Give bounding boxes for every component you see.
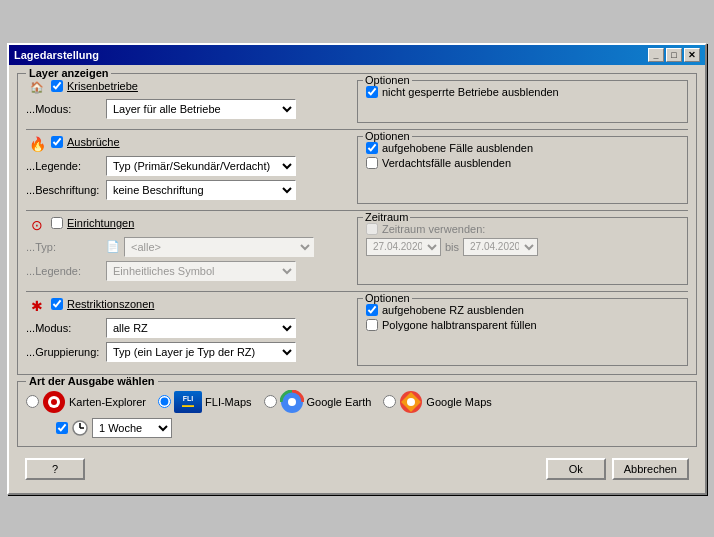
zeitraum-checkbox-label: Zeitraum verwenden: — [382, 223, 485, 235]
restriktionszonen-option1-label: aufgehobene RZ ausblenden — [382, 304, 524, 316]
legende-label: ...Legende: — [26, 160, 106, 172]
restriktionszonen-left: ✱ Restriktionszonen ...Modus: alle RZ ak… — [26, 298, 339, 366]
ausbruche-checkbox-row: Ausbrüche — [51, 136, 120, 148]
ausbruche-option1-checkbox[interactable] — [366, 142, 378, 154]
karten-label: Karten-Explorer — [69, 396, 146, 408]
ausgabe-label: Art der Ausgabe wählen — [26, 375, 158, 387]
zeitraum-box: Zeitraum Zeitraum verwenden: 27.04.2020 … — [357, 217, 688, 285]
maximize-button[interactable]: □ — [666, 48, 682, 62]
ausbruche-options: Optionen aufgehobene Fälle ausblenden Ve… — [357, 136, 688, 204]
restriktionszonen-modus-row: ...Modus: alle RZ aktive RZ — [26, 318, 339, 338]
restriktionszonen-gruppierung-select[interactable]: Typ (ein Layer je Typ der RZ) Kein Layer — [106, 342, 296, 362]
date-to-select[interactable]: 27.04.2020 — [463, 238, 538, 256]
restriktionszonen-option2-row: Polygone halbtransparent füllen — [366, 319, 679, 331]
krisenbetriebe-checkbox[interactable] — [51, 80, 63, 92]
ausbruche-layout: 🔥 Ausbrüche ...Legende: Typ (Primär/Seku… — [26, 136, 688, 204]
einrichtungen-legende-row: ...Legende: Einheitliches Symbol — [26, 261, 339, 281]
title-bar: Lagedarstellung _ □ ✕ — [9, 45, 705, 65]
ausbruche-beschriftung-select[interactable]: keine Beschriftung Betrieb Datum — [106, 180, 296, 200]
woche-checkbox[interactable] — [56, 422, 68, 434]
fli-label: FLI-Maps — [205, 396, 251, 408]
krisenbetriebe-options: Optionen nicht gesperrte Betriebe ausble… — [357, 80, 688, 123]
star-icon: ✱ — [26, 298, 48, 314]
google-maps-label: Google Maps — [426, 396, 491, 408]
layer-anzeigen-group: Layer anzeigen 🏠 Krisenbetriebe — [17, 73, 697, 375]
fli-radio[interactable] — [158, 395, 171, 408]
ausgabe-radio-group: Karten-Explorer FLI ▬▬ FLI-Maps — [26, 390, 688, 414]
modus-label: ...Modus: — [26, 103, 106, 115]
restriktionszonen-checkbox[interactable] — [51, 298, 63, 310]
ausbruche-beschriftung-row: ...Beschriftung: keine Beschriftung Betr… — [26, 180, 339, 200]
circle-dot-icon: ⊙ — [26, 217, 48, 233]
google-earth-radio[interactable] — [264, 395, 277, 408]
restriktionszonen-header: ✱ Restriktionszonen — [26, 298, 339, 314]
svg-point-2 — [51, 399, 57, 405]
minimize-button[interactable]: _ — [648, 48, 664, 62]
karten-radio[interactable] — [26, 395, 39, 408]
fli-icon: FLI ▬▬ — [174, 391, 202, 413]
bottom-bar: ? Ok Abbrechen — [17, 453, 697, 485]
svg-point-6 — [407, 398, 415, 406]
main-window: Lagedarstellung _ □ ✕ Layer anzeigen 🏠 — [7, 43, 707, 495]
typ-label: ...Typ: — [26, 241, 106, 253]
einrichtungen-checkbox[interactable] — [51, 217, 63, 229]
krisenbetriebe-checkbox-row: Krisenbetriebe — [51, 80, 138, 92]
karten-radio-item: Karten-Explorer — [26, 390, 146, 414]
ok-cancel-group: Ok Abbrechen — [546, 458, 689, 480]
google-maps-radio-item: Google Maps — [383, 390, 491, 414]
fli-radio-item: FLI ▬▬ FLI-Maps — [158, 391, 251, 413]
ausbruche-options-label: Optionen — [363, 130, 412, 142]
ausbruche-legende-row: ...Legende: Typ (Primär/Sekundär/Verdach… — [26, 156, 339, 176]
krisenbetriebe-modus-select[interactable]: Layer für alle Betriebe Layer je Betrieb — [106, 99, 296, 119]
ausbruche-option2-row: Verdachtsfälle ausblenden — [366, 157, 679, 169]
ok-button[interactable]: Ok — [546, 458, 606, 480]
ausbruche-header: 🔥 Ausbrüche — [26, 136, 339, 152]
cancel-button[interactable]: Abbrechen — [612, 458, 689, 480]
restriktionszonen-layout: ✱ Restriktionszonen ...Modus: alle RZ ak… — [26, 298, 688, 366]
einrichtungen-legende-label: ...Legende: — [26, 265, 106, 277]
ausbruche-option2-checkbox[interactable] — [366, 157, 378, 169]
karten-icon — [42, 390, 66, 414]
einrichtungen-legende-select[interactable]: Einheitliches Symbol — [106, 261, 296, 281]
ausbruche-left: 🔥 Ausbrüche ...Legende: Typ (Primär/Seku… — [26, 136, 339, 204]
layer-anzeigen-label: Layer anzeigen — [26, 67, 111, 79]
bis-label: bis — [445, 241, 459, 253]
dialog-content: Layer anzeigen 🏠 Krisenbetriebe — [9, 65, 705, 493]
restriktionszonen-gruppierung-row: ...Gruppierung: Typ (ein Layer je Typ de… — [26, 342, 339, 362]
krisenbetriebe-modus-row: ...Modus: Layer für alle Betriebe Layer … — [26, 99, 339, 119]
einrichtungen-layout: ⊙ Einrichtungen ...Typ: 📄 <all — [26, 217, 688, 285]
einrichtungen-left: ⊙ Einrichtungen ...Typ: 📄 <all — [26, 217, 339, 285]
krisenbetriebe-left: 🏠 Krisenbetriebe ...Modus: Layer für all… — [26, 80, 339, 123]
einrichtungen-typ-select[interactable]: <alle> — [124, 237, 314, 257]
krisenbetriebe-option1-label: nicht gesperrte Betriebe ausblenden — [382, 86, 559, 98]
ausbruche-checkbox[interactable] — [51, 136, 63, 148]
restriktionszonen-label: Restriktionszonen — [67, 298, 154, 310]
house-icon: 🏠 — [26, 81, 48, 94]
restriktionszonen-option1-checkbox[interactable] — [366, 304, 378, 316]
woche-select[interactable]: 1 Woche 2 Wochen 4 Wochen — [92, 418, 172, 438]
restriktionszonen-checkbox-row: Restriktionszonen — [51, 298, 154, 310]
google-maps-radio[interactable] — [383, 395, 396, 408]
restriktionszonen-gruppierung-label: ...Gruppierung: — [26, 346, 106, 358]
ausbruche-option1-row: aufgehobene Fälle ausblenden — [366, 142, 679, 154]
close-button[interactable]: ✕ — [684, 48, 700, 62]
ausbruche-legende-select[interactable]: Typ (Primär/Sekundär/Verdacht) Einheitli… — [106, 156, 296, 176]
restriktionszonen-modus-select[interactable]: alle RZ aktive RZ — [106, 318, 296, 338]
date-from-select[interactable]: 27.04.2020 — [366, 238, 441, 256]
restriktionszonen-option2-label: Polygone halbtransparent füllen — [382, 319, 537, 331]
krisenbetriebe-option1-checkbox[interactable] — [366, 86, 378, 98]
restriktionszonen-section: ✱ Restriktionszonen ...Modus: alle RZ ak… — [26, 298, 688, 366]
krisenbetriebe-section: 🏠 Krisenbetriebe ...Modus: Layer für all… — [26, 80, 688, 130]
ausbruche-option2-label: Verdachtsfälle ausblenden — [382, 157, 511, 169]
google-maps-icon — [399, 390, 423, 414]
zeitraum-checkbox[interactable] — [366, 223, 378, 235]
einrichtungen-checkbox-row: Einrichtungen — [51, 217, 134, 229]
ausbruche-section: 🔥 Ausbrüche ...Legende: Typ (Primär/Seku… — [26, 136, 688, 211]
woche-row: 1 Woche 2 Wochen 4 Wochen — [56, 418, 688, 438]
restriktionszonen-option2-checkbox[interactable] — [366, 319, 378, 331]
krisenbetriebe-layout: 🏠 Krisenbetriebe ...Modus: Layer für all… — [26, 80, 688, 123]
window-title: Lagedarstellung — [14, 49, 99, 61]
help-button[interactable]: ? — [25, 458, 85, 480]
restriktionszonen-options-label: Optionen — [363, 292, 412, 304]
zeitraum-label: Zeitraum — [363, 211, 410, 223]
